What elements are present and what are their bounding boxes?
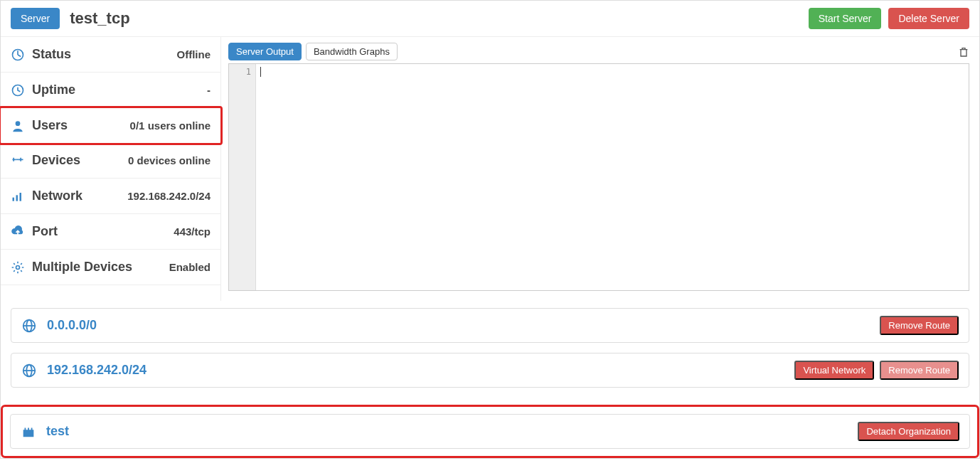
port-value: 443/tcp xyxy=(174,225,211,238)
editor-body[interactable] xyxy=(256,64,969,290)
route-card-2[interactable]: 192.168.242.0/24 Virtual Network Remove … xyxy=(11,353,969,388)
multidev-value: Enabled xyxy=(169,261,211,273)
route-cidr-2: 192.168.242.0/24 xyxy=(47,363,147,378)
org-highlight-box: test Detach Organization xyxy=(1,405,979,458)
virtual-network-button[interactable]: Virtual Network xyxy=(794,361,874,380)
detach-org-button[interactable]: Detach Organization xyxy=(858,422,959,441)
port-label: Port xyxy=(32,224,58,239)
port-row[interactable]: Port 443/tcp xyxy=(1,214,220,250)
users-label: Users xyxy=(32,118,68,133)
status-label: Status xyxy=(32,47,71,62)
svg-point-2 xyxy=(16,121,21,126)
trash-icon[interactable] xyxy=(958,46,969,58)
editor-gutter: 1 xyxy=(229,64,256,290)
svg-point-6 xyxy=(16,265,20,269)
tab-server-output[interactable]: Server Output xyxy=(228,43,302,60)
org-name: test xyxy=(46,424,69,439)
castle-icon xyxy=(21,424,36,440)
remove-route-button-2[interactable]: Remove Route xyxy=(880,361,959,380)
svg-rect-5 xyxy=(20,193,22,201)
network-row[interactable]: Network 192.168.242.0/24 xyxy=(1,179,220,214)
body-row: Status Offline Uptime - User xyxy=(1,37,979,301)
routes-section: 0.0.0.0/0 Remove Route 192.168.242.0/24 … xyxy=(1,301,979,405)
dashboard-icon xyxy=(11,48,25,62)
status-row[interactable]: Status Offline xyxy=(1,37,220,73)
signal-icon xyxy=(11,189,25,203)
uptime-label: Uptime xyxy=(32,83,75,97)
devices-row[interactable]: Devices 0 devices online xyxy=(1,143,220,179)
clock-icon xyxy=(11,83,25,97)
tab-bandwidth-graphs[interactable]: Bandwidth Graphs xyxy=(306,43,398,60)
uptime-row[interactable]: Uptime - xyxy=(1,73,220,108)
multidev-row[interactable]: Multiple Devices Enabled xyxy=(1,250,220,285)
globe-icon xyxy=(21,318,37,334)
status-value: Offline xyxy=(177,48,211,60)
users-row[interactable]: Users 0/1 users online xyxy=(0,106,223,145)
header-actions: Start Server Delete Server xyxy=(809,8,969,29)
sidebar: Status Offline Uptime - User xyxy=(1,37,221,301)
network-value: 192.168.242.0/24 xyxy=(127,190,211,202)
svg-rect-4 xyxy=(16,195,18,201)
header-bar: Server test_tcp Start Server Delete Serv… xyxy=(1,1,979,37)
line-number-1: 1 xyxy=(229,67,251,77)
org-card[interactable]: test Detach Organization xyxy=(10,414,970,449)
gear-icon xyxy=(11,260,25,275)
devices-value: 0 devices online xyxy=(128,154,211,166)
app-container: Server test_tcp Start Server Delete Serv… xyxy=(0,0,980,459)
network-label: Network xyxy=(32,188,82,203)
server-badge-button[interactable]: Server xyxy=(11,8,60,29)
cloud-upload-icon xyxy=(11,225,25,239)
multidev-label: Multiple Devices xyxy=(32,260,132,275)
editor-cursor xyxy=(260,67,261,77)
devices-label: Devices xyxy=(32,153,80,168)
devices-icon xyxy=(11,154,25,168)
svg-rect-3 xyxy=(13,197,15,201)
tabs-row: Server Output Bandwidth Graphs xyxy=(228,43,969,60)
output-editor[interactable]: 1 xyxy=(228,63,969,291)
uptime-value: - xyxy=(207,84,211,96)
globe-icon xyxy=(21,363,37,378)
start-server-button[interactable]: Start Server xyxy=(809,8,882,29)
delete-server-button[interactable]: Delete Server xyxy=(888,8,969,29)
server-name: test_tcp xyxy=(70,9,129,28)
users-value: 0/1 users online xyxy=(130,119,211,132)
user-icon xyxy=(11,119,25,133)
main-panel: Server Output Bandwidth Graphs 1 xyxy=(221,37,979,301)
remove-route-button-1[interactable]: Remove Route xyxy=(880,316,959,335)
route-cidr-1: 0.0.0.0/0 xyxy=(47,318,97,333)
route-card-1[interactable]: 0.0.0.0/0 Remove Route xyxy=(11,308,969,343)
